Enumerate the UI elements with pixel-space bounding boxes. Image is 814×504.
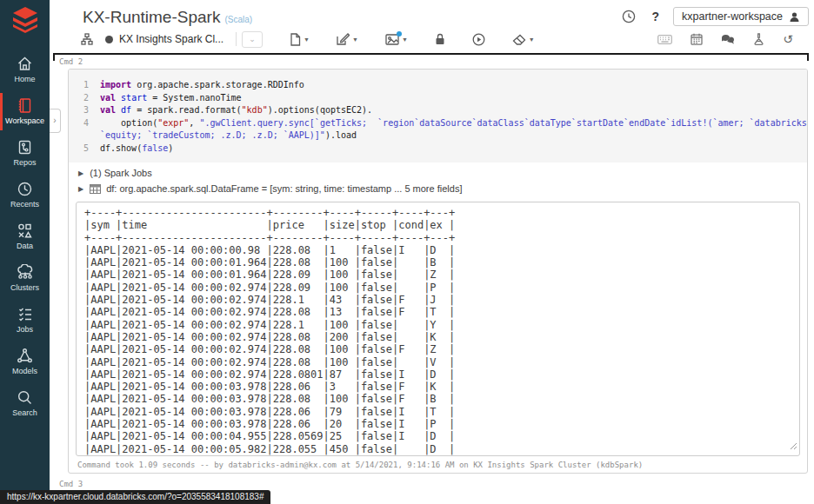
models-icon — [0, 348, 50, 365]
sidebar-item-data[interactable]: Data — [0, 218, 50, 255]
tree-icon[interactable] — [81, 33, 93, 45]
eraser-icon — [512, 34, 526, 45]
table-icon — [90, 184, 101, 194]
dataframe-expander[interactable]: ▶ df: org.apache.spark.sql.DataFrame = [… — [69, 183, 807, 194]
header-right-row1: ? kxpartner-workspace — [622, 7, 809, 26]
sidebar-item-recents[interactable]: Recents — [0, 176, 50, 214]
sidebar-nav: HomeWorkspaceReposRecentsDataClustersJob… — [0, 51, 50, 422]
code-line: 1import org.apache.spark.storage.RDDInfo — [69, 79, 807, 92]
search-icon — [0, 389, 50, 407]
previous-cell-edge — [53, 53, 809, 61]
experiment-flask-icon[interactable] — [753, 33, 764, 45]
sidebar-item-repos[interactable]: Repos — [0, 135, 50, 172]
spark-jobs-expander[interactable]: ▶ (1) Spark Jobs — [69, 168, 807, 178]
sidebar-item-label: Models — [0, 367, 50, 375]
code-line: `equity; `tradeCustom; .z.D; .z.D; `AAPL… — [69, 129, 807, 143]
notebook-toolbar: KX Insights Spark Cl... ⌄ ▼ ▼ ▼ — [81, 30, 535, 49]
chevron-down-icon: ▼ — [529, 36, 535, 43]
sidebar-item-workspace[interactable]: Workspace — [0, 93, 50, 130]
notebook-cell: 1import org.apache.spark.storage.RDDInfo… — [68, 69, 808, 474]
schedule-clock-icon[interactable] — [622, 10, 636, 23]
databricks-logo-icon[interactable] — [0, 0, 50, 34]
cluster-selector[interactable]: KX Insights Spark Cl... — [119, 33, 224, 45]
notification-dot — [397, 31, 402, 36]
chevron-down-icon: ▼ — [304, 36, 310, 43]
clear-menu[interactable]: ▼ — [512, 34, 535, 45]
file-icon — [290, 33, 301, 46]
cluster-status-dot — [105, 36, 113, 43]
header: KX-Runtime-Spark (Scala) KX Insights Spa… — [50, 0, 814, 52]
notebook-title: KX-Runtime-Spark — [83, 8, 220, 27]
resize-grip-icon[interactable] — [790, 438, 797, 454]
code-line: 5df.show(false) — [69, 143, 807, 156]
permissions-button[interactable] — [435, 33, 445, 45]
sidebar-item-label: Home — [0, 75, 50, 83]
home-icon — [0, 56, 50, 73]
workspace-chip[interactable]: kxpartner-workspace — [673, 7, 809, 26]
code-lines: 1import org.apache.spark.storage.RDDInfo… — [69, 79, 807, 155]
sidebar-item-label: Repos — [0, 158, 50, 167]
keyboard-icon[interactable] — [657, 35, 672, 44]
chevron-down-icon[interactable]: ⌄ — [242, 31, 263, 48]
output-scroll-area[interactable]: +----+-----------------------+--------+-… — [76, 202, 800, 456]
line-number — [69, 129, 100, 143]
title-row: KX-Runtime-Spark (Scala) — [83, 8, 252, 27]
sidebar-item-label: Jobs — [0, 325, 50, 334]
revision-history-icon[interactable]: ↺ — [783, 33, 793, 45]
chevron-down-icon: ▼ — [352, 36, 358, 43]
line-number: 2 — [69, 92, 100, 105]
user-icon — [789, 11, 800, 23]
sidebar-item-label: Workspace — [0, 116, 50, 125]
run-all-icon — [472, 33, 485, 46]
file-menu[interactable]: ▼ — [290, 33, 310, 46]
sidebar-item-jobs[interactable]: Jobs — [0, 302, 50, 339]
edit-menu[interactable]: ▼ — [337, 33, 358, 45]
browser-status-bar: https://kx-kxpartner.cloud.databricks.co… — [0, 490, 270, 504]
code-line: 3val df = spark.read.format("kdb").optio… — [69, 104, 807, 117]
line-number: 3 — [69, 104, 100, 117]
code-editor[interactable]: 1import org.apache.spark.storage.RDDInfo… — [69, 70, 807, 162]
triangle-right-icon: ▶ — [78, 185, 83, 193]
data-icon — [0, 222, 50, 240]
header-right-row2: ↺ — [657, 33, 793, 45]
cell-label-cmd2: Cmd 2 — [59, 57, 83, 66]
sidebar-item-clusters[interactable]: Clusters — [0, 260, 50, 297]
sidebar-item-models[interactable]: Models — [0, 343, 50, 381]
lock-icon — [435, 33, 445, 45]
workspace-chip-label: kxpartner-workspace — [682, 10, 783, 23]
triangle-right-icon: ▶ — [78, 169, 83, 177]
workspace-icon — [0, 97, 50, 115]
sidebar-item-home[interactable]: Home — [0, 51, 50, 89]
spark-jobs-label: (1) Spark Jobs — [90, 168, 152, 178]
comments-icon[interactable] — [721, 34, 735, 44]
line-number: 5 — [69, 143, 100, 156]
active-indicator — [0, 93, 3, 130]
help-icon[interactable]: ? — [651, 10, 659, 23]
sidebar-item-search[interactable]: Search — [0, 385, 50, 422]
notebook-language[interactable]: (Scala) — [224, 15, 252, 24]
dataframe-label: df: org.apache.spark.sql.DataFrame = [sy… — [106, 183, 462, 194]
recents-icon — [0, 181, 50, 198]
edit-icon — [337, 33, 350, 45]
notebook-area: Cmd 2 1import org.apache.spark.storage.R… — [50, 52, 814, 490]
sidebar-item-label: Recents — [0, 200, 50, 209]
code-line: 4 option("expr", ".gwClient.query.sync[`… — [69, 117, 807, 130]
output-table-pre: +----+-----------------------+--------+-… — [84, 207, 799, 456]
sidebar-item-label: Clusters — [0, 283, 50, 292]
calendar-icon[interactable] — [691, 33, 703, 45]
chevron-down-icon: ▼ — [402, 36, 408, 43]
view-menu[interactable]: ▼ — [385, 34, 408, 45]
line-number: 4 — [69, 117, 100, 130]
cell-label-cmd3: Cmd 3 — [59, 480, 83, 488]
command-footer: Command took 1.09 seconds -- by databric… — [69, 461, 807, 469]
jobs-icon — [0, 306, 50, 323]
clusters-icon — [0, 264, 50, 282]
sidebar-item-label: Search — [0, 408, 50, 417]
repos-icon — [0, 139, 50, 156]
run-all-button[interactable] — [472, 33, 485, 46]
divider — [236, 32, 237, 46]
sidebar-expander[interactable]: › — [50, 109, 61, 133]
line-number: 1 — [69, 79, 100, 92]
code-line: 2val start = System.nanoTime — [69, 92, 807, 105]
sidebar: HomeWorkspaceReposRecentsDataClustersJob… — [0, 0, 50, 504]
